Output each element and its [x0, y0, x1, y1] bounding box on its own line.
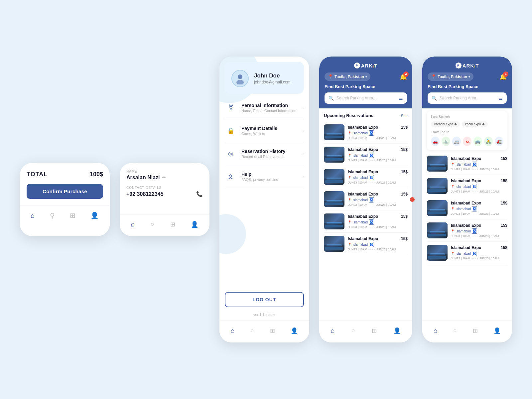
location-pill-4[interactable]: 📍 Taxila, Pakistan ▾ [428, 72, 473, 81]
nav-profile-4[interactable]: 👤 [491, 326, 503, 336]
travel-bike[interactable]: 🚲 [442, 137, 450, 146]
bell-button-4[interactable]: 🔔 4 [499, 73, 507, 80]
parking-name-row: Islamabad Expo 15$ [348, 214, 408, 219]
nav-profile[interactable]: 👤 [88, 210, 101, 221]
time-to: JUN23 | 10AM [376, 181, 396, 184]
filter-icon-4[interactable]: ⚌ [498, 95, 503, 101]
parking-card[interactable]: Islamabad Expo 15$ 📍 Islamabad ♿ JUN23 |… [324, 166, 408, 188]
nav-tickets[interactable]: ⊞ [67, 210, 78, 221]
nav-tickets-3[interactable]: ⊞ [369, 326, 379, 336]
arrow-personal: › [302, 105, 304, 110]
parking-location: 📍 Islamabad ♿ [348, 219, 408, 225]
name-value: Arsalan Niazi ✏ [126, 175, 203, 181]
home-icon: ⌂ [31, 212, 35, 219]
parking-card[interactable]: Islamabad Expo 15$ 📍 Islamabad ♿ JUN23 |… [324, 188, 408, 210]
parking-card[interactable]: Islamabad Expo 15$ 📍 Islamabad ♿ JUN23 |… [427, 153, 507, 175]
parking-location: 📍 Islamabad ♿ [348, 175, 408, 180]
nav-search-2[interactable]: ○ [148, 219, 157, 229]
reservations-list-3: Islamabad Expo 15$ 📍 Islamabad ♿ JUN23 |… [324, 121, 408, 255]
travel-car[interactable]: 🚗 [431, 137, 440, 146]
accessible-icon: ♿ [472, 228, 477, 234]
bell-button-3[interactable]: 🔔 4 [400, 73, 407, 80]
time-to: JUN23 | 10AM [376, 225, 396, 229]
nav-search-4[interactable]: ○ [451, 326, 460, 335]
location-pill-3[interactable]: 📍 Taxila, Pakistan ▾ [325, 72, 370, 81]
nav-home-4[interactable]: ⌂ [431, 326, 440, 336]
nav-search[interactable]: ⚲ [47, 210, 58, 221]
nav-profile-2[interactable]: 👤 [188, 219, 201, 229]
parking-price: 15$ [501, 223, 507, 228]
location-name: Islamabad [456, 163, 471, 166]
pin-icon: 📍 [348, 131, 351, 135]
parking-info: Islamabad Expo 15$ 📍 Islamabad ♿ JUN23 |… [451, 245, 507, 260]
parking-name-row: Islamabad Expo 15$ [348, 236, 408, 241]
parking-price: 15$ [501, 156, 507, 161]
parking-info: Islamabad Expo 15$ 📍 Islamabad ♿ JUN23 |… [348, 147, 408, 162]
travel-bicycle[interactable]: 🚴 [484, 137, 493, 146]
menu-payment[interactable]: 🔒 Payment Details Cards, Wallets › [225, 119, 304, 142]
travel-van[interactable]: 🚐 [452, 137, 461, 146]
parking-location: 📍 Islamabad ♿ [348, 242, 408, 247]
suggestion-kachi[interactable]: kachi expo [462, 121, 488, 127]
parking-image [324, 124, 344, 140]
parking-info: Islamabad Expo 15$ 📍 Islamabad ♿ JUN23 |… [451, 201, 507, 215]
location-name: Islamabad [456, 252, 471, 255]
confirm-purchase-button[interactable]: Confirm Purchase [27, 184, 103, 199]
parking-card[interactable]: Islamabad Expo 15$ 📍 Islamabad ♿ JUN23 |… [324, 121, 408, 144]
nav-tickets-p[interactable]: ⊞ [267, 326, 278, 336]
parking-card[interactable]: Islamabad Expo 15$ 📍 Islamabad ♿ JUN23 |… [324, 144, 408, 166]
parking-info: Islamabad Expo 15$ 📍 Islamabad ♿ JUN23 |… [348, 125, 408, 140]
parking-card[interactable]: Islamabad Expo 15$ 📍 Islamabad ♿ JUN23 |… [427, 175, 507, 197]
menu-help[interactable]: 文 Help FAQS, privacy policies › [225, 165, 304, 188]
search-placeholder-4[interactable]: Search Parking Area... [440, 96, 496, 100]
nav-profile-3[interactable]: 👤 [391, 326, 403, 336]
location-text-3: Taxila, Pakistan [334, 74, 364, 79]
menu-reservation[interactable]: ◎ Reservation History Record of all Rese… [225, 142, 304, 165]
travel-moto[interactable]: 🏍 [463, 137, 471, 146]
tag-dot-2 [482, 123, 484, 125]
travel-truck[interactable]: 🚛 [495, 137, 503, 146]
nav-tickets-2[interactable]: ⊞ [168, 219, 178, 229]
time-from: JUN23 | 10AM [451, 257, 470, 260]
location-name: Islamabad [456, 207, 471, 211]
nav-home-p[interactable]: ⌂ [228, 326, 237, 336]
sort-button-3[interactable]: Sort [401, 114, 408, 118]
edit-name-icon[interactable]: ✏ [162, 175, 166, 180]
nav-home-3[interactable]: ⌂ [328, 326, 337, 336]
search-icon-2: ○ [151, 221, 154, 228]
search-placeholder-3[interactable]: Search Parking Area... [336, 96, 396, 100]
pin-icon: 📍 [451, 185, 455, 188]
accessible-icon: ♿ [472, 251, 477, 256]
time-dash: - - - - [471, 234, 478, 238]
version-text: ver 1.1 stable [219, 313, 309, 321]
parking-card[interactable]: Islamabad Expo 15$ 📍 Islamabad ♿ JUN23 |… [324, 233, 408, 255]
parking-card[interactable]: Islamabad Expo 15$ 📍 Islamabad ♿ JUN23 |… [427, 197, 507, 219]
nav-tickets-4[interactable]: ⊞ [470, 326, 480, 336]
park-header-4: P ARKiT 📍 Taxila, Pakistan ▾ 🔔 4 Find Be… [422, 57, 512, 108]
nav-profile-p[interactable]: 👤 [288, 326, 301, 336]
suggestion-karachi[interactable]: karachi expo [431, 121, 460, 127]
profile-icon: 👤 [90, 211, 99, 219]
nav-home[interactable]: ⌂ [28, 210, 38, 221]
parking-card[interactable]: Islamabad Expo 15$ 📍 Islamabad ♿ JUN23 |… [427, 242, 507, 264]
nav-search-3[interactable]: ○ [349, 326, 358, 335]
parking-price: 15$ [401, 236, 408, 241]
traveling-label: Traveling in [431, 130, 503, 134]
bottom-nav-profile: ⌂ ○ ⊞ 👤 [219, 321, 309, 342]
nav-search-p[interactable]: ○ [248, 326, 257, 335]
time-to: JUN23 | 10AM [479, 257, 499, 260]
time-from: JUN23 | 10AM [451, 168, 470, 171]
parking-card[interactable]: Islamabad Expo 15$ 📍 Islamabad ♿ JUN23 |… [324, 210, 408, 233]
logout-button[interactable]: LOG OUT [225, 292, 304, 307]
travel-bus[interactable]: 🚌 [473, 137, 482, 146]
search-bar-4: 🔍 Search Parking Area... ⚌ [428, 92, 507, 104]
location-name: Islamabad [352, 198, 368, 202]
menu-personal-info[interactable]: ⚧ Personal Information Name, Email, Cont… [225, 96, 304, 119]
parking-price: 15$ [401, 147, 408, 152]
parking-image [427, 156, 448, 172]
phone-purchase: TOTAL 100$ Confirm Purchase ⌂ ⚲ ⊞ 👤 [20, 163, 110, 236]
filter-icon-3[interactable]: ⚌ [399, 95, 403, 101]
parking-card[interactable]: Islamabad Expo 15$ 📍 Islamabad ♿ JUN23 |… [427, 219, 507, 242]
nav-home-2[interactable]: ⌂ [128, 219, 138, 229]
parking-name: Islamabad Expo [348, 147, 378, 152]
